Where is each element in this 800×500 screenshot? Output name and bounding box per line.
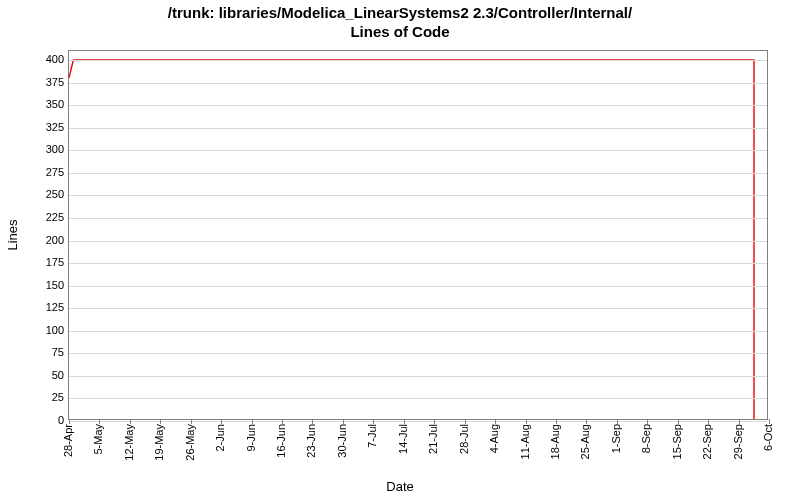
y-tick-label: 300 [4, 143, 64, 155]
x-tick-label: 7-Jul [366, 424, 378, 448]
x-tick-label: 12-May [123, 424, 135, 461]
x-tick-label: 1-Sep [610, 424, 622, 453]
y-tick-label: 25 [4, 391, 64, 403]
plot-area [68, 50, 768, 420]
y-tick-label: 150 [4, 279, 64, 291]
x-tick-label: 22-Sep [701, 424, 713, 459]
y-gridline [69, 150, 767, 151]
y-gridline [69, 376, 767, 377]
y-tick-label: 175 [4, 256, 64, 268]
x-tick-label: 15-Sep [671, 424, 683, 459]
y-tick-label: 350 [4, 98, 64, 110]
x-tick-label: 18-Aug [549, 424, 561, 459]
y-tick-label: 200 [4, 234, 64, 246]
y-gridline [69, 398, 767, 399]
y-tick-label: 325 [4, 121, 64, 133]
y-gridline [69, 308, 767, 309]
y-tick-label: 0 [4, 414, 64, 426]
x-axis-label: Date [0, 479, 800, 494]
y-gridline [69, 353, 767, 354]
x-tick-label: 28-Apr [62, 424, 74, 457]
y-gridline [69, 421, 767, 422]
y-gridline [69, 105, 767, 106]
x-tick-label: 11-Aug [519, 424, 531, 459]
y-gridline [69, 128, 767, 129]
x-tick-label: 29-Sep [732, 424, 744, 459]
y-tick-label: 75 [4, 346, 64, 358]
y-tick-label: 275 [4, 166, 64, 178]
x-tick-label: 4-Aug [488, 424, 500, 453]
y-gridline [69, 218, 767, 219]
y-tick-label: 400 [4, 53, 64, 65]
y-gridline [69, 195, 767, 196]
data-series-svg [69, 51, 767, 419]
y-tick-label: 100 [4, 324, 64, 336]
loc-chart: /trunk: libraries/Modelica_LinearSystems… [0, 0, 800, 500]
y-gridline [69, 60, 767, 61]
x-tick-label: 2-Jun [214, 424, 226, 452]
x-tick-label: 28-Jul [458, 424, 470, 454]
x-tick-label: 8-Sep [640, 424, 652, 453]
x-tick-label: 16-Jun [275, 424, 287, 458]
y-gridline [69, 241, 767, 242]
y-tick-label: 50 [4, 369, 64, 381]
y-gridline [69, 83, 767, 84]
y-gridline [69, 331, 767, 332]
x-tick-label: 19-May [153, 424, 165, 461]
title-line-1: /trunk: libraries/Modelica_LinearSystems… [168, 4, 632, 21]
y-gridline [69, 286, 767, 287]
title-line-2: Lines of Code [350, 23, 449, 40]
x-tick-label: 21-Jul [427, 424, 439, 454]
x-tick-label: 6-Oct [762, 424, 774, 451]
y-gridline [69, 173, 767, 174]
x-tick-label: 9-Jun [245, 424, 257, 452]
y-tick-label: 125 [4, 301, 64, 313]
x-tick-label: 25-Aug [579, 424, 591, 459]
x-tick-label: 26-May [184, 424, 196, 461]
x-tick-label: 14-Jul [397, 424, 409, 454]
y-tick-label: 225 [4, 211, 64, 223]
y-tick-label: 250 [4, 188, 64, 200]
x-tick-label: 5-May [92, 424, 104, 455]
x-tick-label: 23-Jun [305, 424, 317, 458]
y-gridline [69, 263, 767, 264]
x-tick-label: 30-Jun [336, 424, 348, 458]
y-tick-label: 375 [4, 76, 64, 88]
chart-title: /trunk: libraries/Modelica_LinearSystems… [0, 4, 800, 42]
